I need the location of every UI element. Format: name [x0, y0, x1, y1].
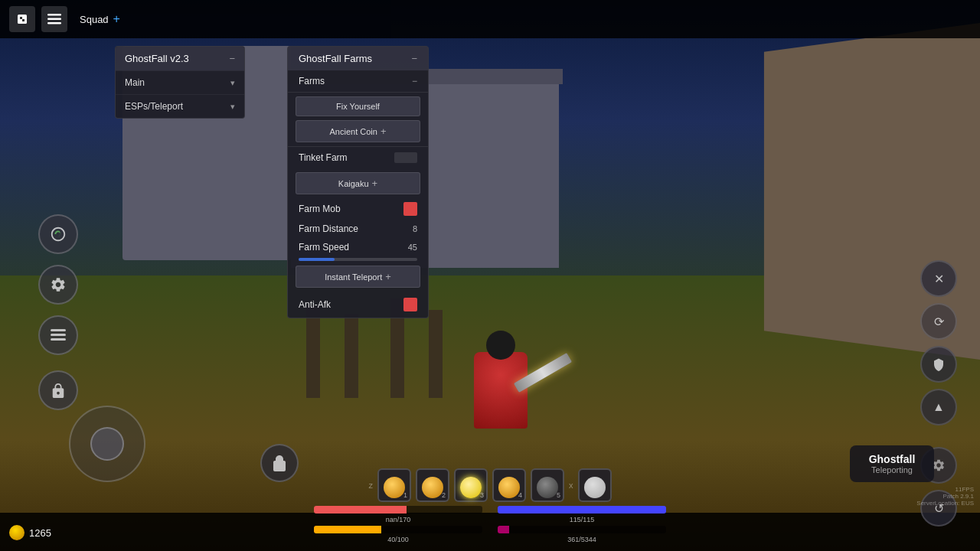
main-menu-panel: GhostFall v2.3 − Main ▾ ESPs/Teleport ▾: [115, 46, 245, 119]
farms-panel: GhostFall Farms − Farms − Fix Yourself A…: [287, 46, 429, 318]
farm-speed-slider[interactable]: [299, 258, 417, 261]
chevron-icon: ▾: [230, 102, 235, 112]
squad-plus-button[interactable]: +: [113, 12, 120, 26]
level-label: 361/5344: [498, 536, 666, 543]
squad-label: Squad +: [80, 12, 120, 26]
svg-rect-2: [22, 19, 24, 21]
hp-label: nan/170: [314, 516, 482, 523]
roblox-icon[interactable]: [9, 6, 35, 32]
farm-distance-value: 8: [413, 224, 417, 233]
kaigaku-plus-icon: +: [372, 178, 378, 189]
svg-rect-1: [20, 17, 22, 19]
anti-afk-row: Anti-Afk: [288, 292, 428, 318]
fix-yourself-button[interactable]: Fix Yourself: [296, 96, 420, 116]
menu-item-esps[interactable]: ESPs/Teleport ▾: [116, 94, 244, 118]
menu-item-main[interactable]: Main ▾: [116, 70, 244, 94]
farms-close-icon[interactable]: −: [411, 53, 417, 64]
farms-section-collapse[interactable]: −: [412, 76, 417, 86]
menu-lines-button[interactable]: [38, 315, 78, 355]
bottom-hud: z 1 2 3 4 5 x: [314, 468, 666, 543]
z-key-label: z: [369, 481, 374, 490]
menu-close-icon[interactable]: −: [229, 53, 235, 64]
farm-distance-row: Farm Distance 8: [288, 220, 428, 238]
skill-slot-5[interactable]: 5: [531, 468, 564, 502]
menu-header: GhostFall v2.3 −: [116, 47, 244, 70]
top-bar: Squad +: [0, 0, 980, 38]
svg-rect-4: [47, 18, 61, 21]
farm-mob-toggle[interactable]: [403, 202, 417, 216]
gold-icon: [9, 525, 24, 540]
ancient-coin-plus-icon: +: [381, 126, 387, 137]
svg-rect-3: [47, 14, 61, 16]
chevron-icon: ▾: [230, 78, 235, 88]
skill-slot-2[interactable]: 2: [416, 468, 449, 502]
skill-slot-3[interactable]: 3: [454, 468, 488, 502]
svg-rect-8: [51, 338, 66, 341]
ghost-info-box: Ghostfall Teleporting: [850, 445, 934, 482]
settings-button[interactable]: [38, 265, 78, 305]
gold-amount: 1265: [29, 527, 51, 539]
patch-info: 11FPS Patch 2.9.1 ServerLocation: EUS: [916, 486, 974, 507]
instant-teleport-plus-icon: +: [385, 271, 391, 282]
ancient-coin-button[interactable]: Ancient Coin +: [296, 120, 420, 142]
farms-section: Farms −: [288, 70, 428, 93]
kaigaku-button[interactable]: Kaigaku +: [296, 172, 420, 194]
mp-label: 115/115: [498, 516, 666, 523]
arrow-up-button[interactable]: ▲: [920, 389, 957, 425]
instant-teleport-button[interactable]: Instant Teleport +: [296, 266, 420, 288]
svg-rect-5: [47, 22, 61, 24]
xp-label: 40/100: [314, 536, 482, 543]
shield-button[interactable]: [920, 346, 957, 383]
skill-slot-1[interactable]: 1: [377, 468, 411, 502]
x-key-label: x: [569, 481, 573, 490]
svg-rect-6: [51, 329, 66, 331]
skill-slot-4[interactable]: 4: [492, 468, 526, 502]
unknown-btn-1[interactable]: ⟳: [920, 303, 957, 340]
back-button[interactable]: ✕: [920, 260, 957, 297]
lock-center-button[interactable]: [260, 444, 299, 482]
gold-display: 1265: [9, 525, 51, 540]
tinket-farm-row: Tinket Farm: [288, 146, 428, 168]
left-controls: [38, 214, 78, 410]
svg-rect-7: [51, 334, 66, 336]
ability-button-1[interactable]: [38, 214, 78, 254]
menu-icon[interactable]: [41, 6, 67, 32]
joystick[interactable]: [69, 406, 145, 482]
character: [474, 352, 528, 429]
skill-slot-x[interactable]: [578, 468, 612, 502]
anti-afk-toggle[interactable]: [403, 298, 417, 311]
health-bars: nan/170 40/100 115/115 361/5344: [314, 506, 666, 543]
farm-speed-row: Farm Speed 45: [288, 238, 428, 256]
farms-header: GhostFall Farms −: [288, 47, 428, 70]
skill-bar: z 1 2 3 4 5 x: [369, 468, 612, 502]
farm-mob-row: Farm Mob: [288, 198, 428, 220]
farm-speed-value: 45: [408, 243, 417, 252]
lock-button[interactable]: [38, 370, 78, 410]
